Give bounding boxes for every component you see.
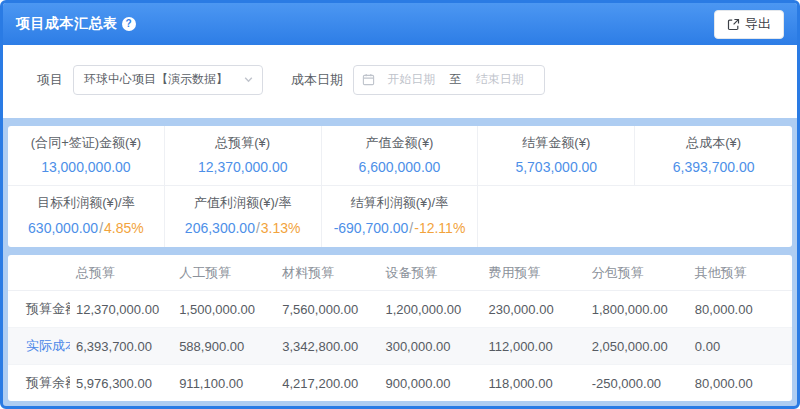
- app-window: 项目成本汇总表 ? 导出 项目 环球中心项目【演示数据】 成本日期 开始日期 至…: [0, 0, 800, 409]
- table-header-row: 总预算 人工预算 材料预算 设备预算 费用预算 分包预算 其他预算: [8, 255, 792, 291]
- col-header-blank: [8, 255, 70, 291]
- summary-cell-output-amount: 产值金额(¥) 6,600,000.00: [322, 126, 479, 185]
- page-title: 项目成本汇总表: [16, 15, 118, 33]
- table-row-budget-amount: 预算金额 12,370,000.00 1,500,000.00 7,560,00…: [8, 291, 792, 328]
- export-icon: [727, 18, 740, 31]
- project-select[interactable]: 环球中心项目【演示数据】: [73, 65, 263, 95]
- col-header-labor-budget: 人工预算: [173, 255, 276, 291]
- end-date-input[interactable]: 结束日期: [464, 71, 537, 88]
- summary-panel: (合同+签证)金额(¥) 13,000,000.00 总预算(¥) 12,370…: [8, 126, 792, 247]
- titlebar: 项目成本汇总表 ? 导出: [3, 3, 797, 45]
- summary-cell-target-profit: 目标利润额(¥)/率 630,000.00/4.85%: [8, 186, 165, 247]
- actual-cost-link[interactable]: 实际成本: [8, 328, 70, 365]
- table-row-actual-cost: 实际成本 6,393,700.00 588,900.00 3,342,800.0…: [8, 328, 792, 365]
- export-label: 导出: [745, 15, 771, 33]
- row-label: 预算金额: [8, 291, 70, 328]
- summary-cell-output-profit: 产值利润额(¥)/率 206,300.00/3.13%: [165, 186, 322, 247]
- summary-cell-settlement-amount: 结算金额(¥) 5,703,000.00: [478, 126, 635, 185]
- chevron-down-icon: [243, 74, 254, 85]
- col-header-equipment-budget: 设备预算: [379, 255, 482, 291]
- col-header-other-budget: 其他预算: [689, 255, 792, 291]
- budget-table-panel: 总预算 人工预算 材料预算 设备预算 费用预算 分包预算 其他预算 预算金额 1…: [8, 255, 792, 401]
- col-header-total-budget: 总预算: [70, 255, 173, 291]
- start-date-input[interactable]: 开始日期: [375, 71, 448, 88]
- summary-cell-settlement-profit: 结算利润额(¥)/率 -690,700.00/-12.11%: [322, 186, 479, 247]
- help-icon[interactable]: ?: [122, 17, 136, 31]
- project-select-value: 环球中心项目【演示数据】: [84, 71, 228, 88]
- summary-cell-empty: [478, 186, 792, 247]
- summary-row-amounts: (合同+签证)金额(¥) 13,000,000.00 总预算(¥) 12,370…: [8, 126, 792, 186]
- date-range-picker[interactable]: 开始日期 至 结束日期: [353, 65, 545, 95]
- filter-bar: 项目 环球中心项目【演示数据】 成本日期 开始日期 至 结束日期: [3, 45, 797, 118]
- title-group: 项目成本汇总表 ?: [16, 15, 136, 33]
- summary-row-profits: 目标利润额(¥)/率 630,000.00/4.85% 产值利润额(¥)/率 2…: [8, 186, 792, 247]
- table-row-budget-balance: 预算余额 5,976,300.00 911,100.00 4,217,200.0…: [8, 365, 792, 402]
- date-separator: 至: [448, 71, 464, 88]
- budget-table: 总预算 人工预算 材料预算 设备预算 费用预算 分包预算 其他预算 预算金额 1…: [8, 255, 792, 401]
- summary-cell-contract-amount: (合同+签证)金额(¥) 13,000,000.00: [8, 126, 165, 185]
- export-button[interactable]: 导出: [714, 10, 784, 39]
- row-label: 预算余额: [8, 365, 70, 402]
- col-header-expense-budget: 费用预算: [483, 255, 586, 291]
- col-header-material-budget: 材料预算: [276, 255, 379, 291]
- project-filter-label: 项目: [37, 71, 63, 89]
- summary-cell-total-cost: 总成本(¥) 6,393,700.00: [635, 126, 792, 185]
- col-header-subcontract-budget: 分包预算: [586, 255, 689, 291]
- date-filter-label: 成本日期: [291, 71, 343, 89]
- summary-cell-total-budget: 总预算(¥) 12,370,000.00: [165, 126, 322, 185]
- calendar-icon: [362, 73, 375, 86]
